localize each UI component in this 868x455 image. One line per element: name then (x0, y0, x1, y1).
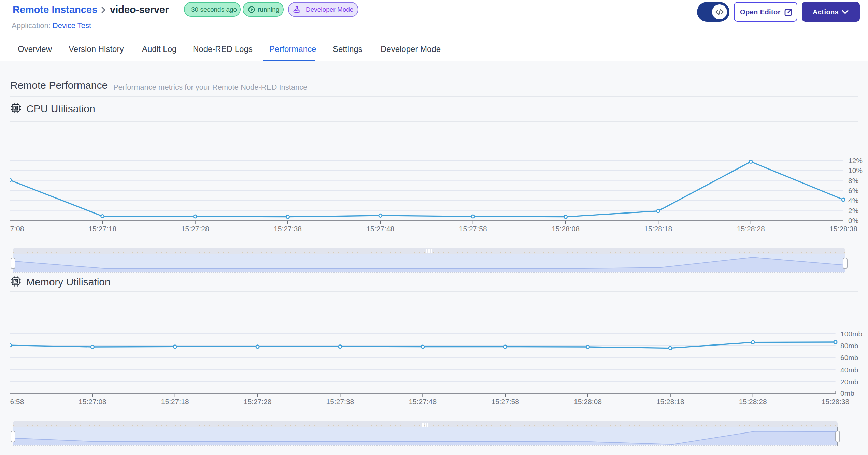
svg-text:15:27:38: 15:27:38 (326, 398, 354, 406)
svg-text:15:27:08: 15:27:08 (79, 398, 106, 406)
svg-text:15:27:58: 15:27:58 (459, 225, 487, 233)
svg-text:0mb: 0mb (840, 389, 854, 397)
svg-text:80mb: 80mb (840, 342, 858, 350)
svg-text:2%: 2% (848, 207, 858, 215)
svg-text:8%: 8% (848, 177, 858, 185)
svg-text:0%: 0% (848, 217, 858, 224)
svg-text:15:27:38: 15:27:38 (274, 225, 302, 233)
svg-text:15:28:28: 15:28:28 (739, 398, 767, 406)
svg-text:15:28:18: 15:28:18 (644, 225, 672, 233)
svg-text:15:28:38: 15:28:38 (822, 398, 850, 406)
svg-text:6%: 6% (848, 187, 858, 194)
svg-text:20mb: 20mb (840, 378, 858, 386)
svg-text:15:28:08: 15:28:08 (552, 225, 580, 233)
svg-text:10%: 10% (848, 166, 863, 174)
svg-text:40mb: 40mb (840, 366, 858, 374)
svg-text:15:27:48: 15:27:48 (366, 225, 394, 233)
svg-text:12%: 12% (848, 157, 863, 164)
svg-text:60mb: 60mb (840, 354, 858, 362)
svg-text:15:27:18: 15:27:18 (88, 225, 116, 233)
svg-text:15:27:28: 15:27:28 (181, 225, 209, 233)
svg-text:15:28:28: 15:28:28 (737, 225, 765, 233)
svg-text:6:58: 6:58 (10, 398, 24, 406)
svg-text:15:28:08: 15:28:08 (574, 398, 602, 406)
svg-text:15:27:28: 15:27:28 (244, 398, 272, 406)
svg-text:15:27:48: 15:27:48 (409, 398, 437, 406)
svg-text:15:27:58: 15:27:58 (491, 398, 519, 406)
svg-text:7:08: 7:08 (10, 225, 24, 233)
svg-text:15:28:38: 15:28:38 (829, 225, 857, 233)
svg-text:15:27:18: 15:27:18 (161, 398, 189, 406)
svg-text:4%: 4% (848, 196, 858, 204)
svg-text:100mb: 100mb (840, 330, 862, 338)
svg-text:15:28:18: 15:28:18 (656, 398, 684, 406)
